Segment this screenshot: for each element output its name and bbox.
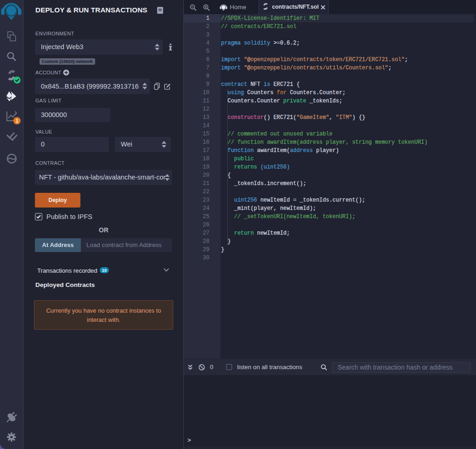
svg-text:1: 1 xyxy=(16,118,18,123)
